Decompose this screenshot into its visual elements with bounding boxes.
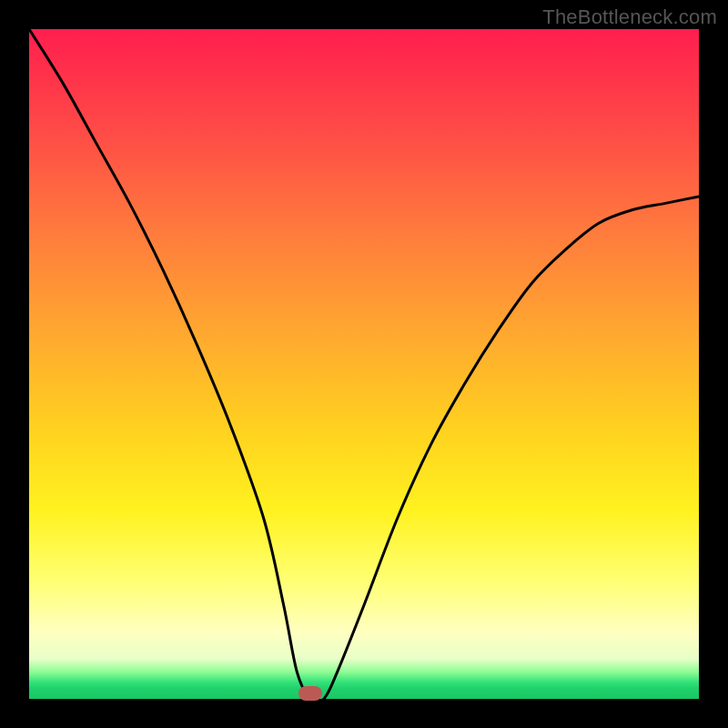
plot-area [29,29,699,699]
optimum-marker [298,686,322,701]
watermark-text: TheBottleneck.com [542,5,717,29]
chart-frame: TheBottleneck.com [0,0,728,728]
bottleneck-curve [29,29,699,699]
